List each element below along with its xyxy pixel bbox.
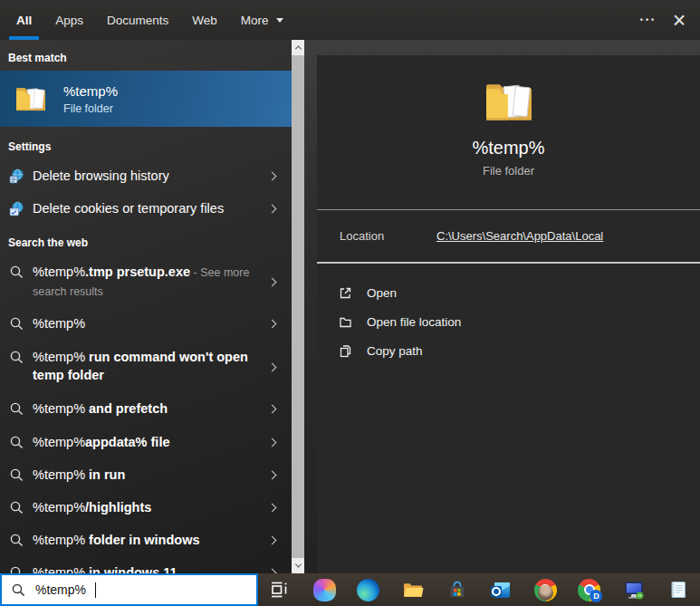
web-search-item-5[interactable]: %temp%appdata% file — [0, 426, 292, 458]
best-match-item[interactable]: %temp% File folder — [0, 71, 292, 127]
globe-check-icon — [9, 201, 24, 216]
web-search-item-4[interactable]: %temp% and prefetch — [0, 391, 292, 426]
open-file-location-action[interactable]: Open file location — [317, 307, 700, 336]
search-icon — [9, 435, 24, 450]
search-icon — [9, 350, 24, 365]
web-search-item-2[interactable]: %temp% — [0, 306, 292, 341]
taskbar-icon-notepad[interactable] — [656, 573, 700, 606]
taskbar-icon-chrome-profile-2[interactable]: D — [568, 573, 612, 606]
chevron-right-icon — [268, 204, 277, 213]
location-link[interactable]: C:\Users\Search\AppData\Local — [436, 229, 603, 243]
tab-all[interactable]: All — [16, 0, 32, 40]
settings-header: Settings — [0, 127, 292, 159]
search-icon — [9, 500, 24, 515]
best-match-header: Best match — [0, 40, 292, 71]
best-match-title: %temp% — [63, 83, 118, 99]
settings-item-delete-cookies[interactable]: Delete cookies or temporary files — [0, 192, 292, 225]
copy-path-action[interactable]: Copy path — [317, 336, 700, 365]
chevron-right-icon — [268, 568, 277, 573]
taskbar-icon-file-explorer[interactable] — [390, 573, 435, 606]
search-icon — [9, 467, 24, 483]
best-match-subtitle: File folder — [63, 102, 118, 115]
chevron-right-icon — [268, 362, 277, 371]
action-label: Open file location — [367, 315, 461, 329]
tab-web[interactable]: Web — [192, 0, 217, 40]
more-options-button[interactable]: ••• — [633, 0, 664, 40]
dropdown-caret-icon — [276, 18, 283, 23]
scrollbar-thumb[interactable] — [292, 55, 304, 558]
search-icon — [9, 401, 24, 417]
chevron-right-icon — [268, 470, 277, 479]
chevron-right-icon — [268, 171, 277, 180]
preview-backdrop: %temp% File folder Location C:\Users\Sea… — [304, 40, 700, 573]
web-search-item-6[interactable]: %temp% in run — [0, 458, 292, 491]
search-input-value: %temp% — [35, 582, 86, 597]
taskbar-icon-outlook[interactable] — [479, 573, 523, 606]
folder-outline-icon — [338, 314, 353, 330]
preview-title: %temp% — [317, 137, 700, 159]
taskbar-icon-computer-utility[interactable] — [611, 573, 656, 606]
open-external-icon — [338, 285, 353, 301]
web-search-item-7[interactable]: %temp%/highlights — [0, 491, 292, 524]
chevron-up-icon — [294, 45, 301, 52]
search-input[interactable]: %temp% — [0, 573, 258, 606]
location-row: Location C:\Users\Search\AppData\Local — [317, 210, 700, 262]
chrome-profile-avatar — [538, 585, 553, 601]
settings-item-label: Delete cookies or temporary files — [33, 199, 262, 217]
taskbar-icon-edge[interactable] — [347, 573, 391, 606]
open-action[interactable]: Open — [317, 278, 700, 307]
tab-documents[interactable]: Documents — [107, 0, 168, 40]
context-actions: Open Open file location Copy path — [317, 264, 700, 365]
location-label: Location — [340, 229, 436, 243]
taskbar-icon-task-view[interactable] — [258, 573, 302, 606]
taskbar: D — [258, 573, 700, 606]
folder-icon — [14, 84, 47, 113]
search-the-web-header: Search the web — [0, 225, 292, 255]
preview-pane: %temp% File folder Location C:\Users\Sea… — [317, 55, 700, 573]
web-search-item-8[interactable]: %temp% folder in windows — [0, 524, 292, 556]
chevron-right-icon — [268, 319, 277, 328]
search-icon — [9, 565, 24, 574]
taskbar-icon-chrome-profile-1[interactable] — [523, 573, 568, 606]
search-icon — [11, 582, 26, 598]
chevron-right-icon — [268, 438, 277, 447]
chevron-down-icon — [294, 562, 301, 568]
preview-subtitle: File folder — [317, 164, 700, 178]
search-icon — [9, 265, 24, 280]
settings-item-label: Delete browsing history — [33, 167, 262, 185]
chevron-right-icon — [268, 404, 277, 413]
web-search-item-3[interactable]: %temp% run command won't open temp folde… — [0, 341, 292, 391]
web-search-item-9[interactable]: %temp% in windows 11 — [0, 556, 292, 573]
chevron-right-icon — [268, 503, 277, 512]
chevron-right-icon — [268, 277, 277, 286]
globe-history-icon — [9, 168, 24, 184]
search-results-panel: Best match %temp% File folder Settings — [0, 40, 292, 573]
close-button[interactable]: × — [664, 0, 695, 40]
windows-search-flyout: All Apps Documents Web More ••• × Best m… — [0, 0, 700, 606]
search-icon — [9, 316, 24, 332]
chevron-right-icon — [268, 535, 277, 544]
tab-more[interactable]: More — [241, 0, 283, 40]
chrome-profile-badge: D — [590, 590, 602, 602]
action-label: Copy path — [367, 344, 423, 358]
text-caret — [95, 582, 96, 598]
scroll-up-button[interactable] — [292, 40, 304, 55]
tab-apps[interactable]: Apps — [55, 0, 83, 40]
scroll-down-button[interactable] — [292, 558, 304, 573]
web-search-item-1[interactable]: %temp%.tmp prsetup.exe - See more search… — [0, 255, 292, 306]
taskbar-icon-microsoft-store[interactable] — [435, 573, 479, 606]
taskbar-icon-copilot[interactable] — [302, 573, 347, 606]
settings-item-delete-browsing-history[interactable]: Delete browsing history — [0, 159, 292, 192]
copy-pages-icon — [338, 343, 353, 359]
action-label: Open — [367, 286, 397, 300]
folder-icon-large — [483, 79, 535, 124]
search-filter-tabs: All Apps Documents Web More ••• × — [0, 0, 700, 40]
scrollbar[interactable] — [292, 40, 304, 573]
search-icon — [9, 533, 24, 548]
